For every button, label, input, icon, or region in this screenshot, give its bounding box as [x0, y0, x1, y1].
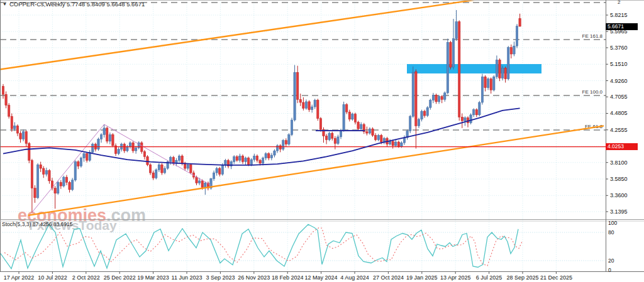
date-axis-label: 2 Oct 2022	[72, 274, 100, 281]
date-axis-label: 10 Jul 2022	[38, 274, 67, 281]
candle	[426, 107, 428, 116]
candle	[236, 156, 238, 160]
candle	[305, 102, 307, 109]
candle	[299, 99, 301, 102]
candle	[288, 134, 290, 144]
candle	[242, 156, 243, 161]
trendline-lower-channel[interactable]	[28, 126, 604, 215]
candle	[74, 162, 76, 180]
candle	[331, 133, 333, 138]
axis-layer: 5.82155.59655.37605.15104.92604.70554.48…	[0, 0, 644, 281]
candle	[40, 165, 42, 168]
candle	[2, 86, 4, 94]
candle	[187, 165, 189, 168]
candle	[152, 173, 154, 178]
candle	[112, 134, 114, 146]
candle	[415, 72, 417, 126]
candle	[484, 77, 486, 88]
candle	[43, 168, 45, 174]
candle	[401, 143, 402, 146]
date-axis-label: 11 Jun 2023	[172, 274, 203, 281]
candle	[201, 181, 203, 188]
candle	[161, 165, 163, 173]
candle	[149, 165, 151, 173]
candle	[294, 72, 296, 120]
candle	[334, 138, 336, 143]
hline-price-badge: 4.0253	[606, 143, 638, 150]
candle	[487, 79, 489, 88]
candle	[348, 112, 350, 119]
candle	[219, 168, 221, 174]
fib-label: FE 161.8	[582, 33, 603, 39]
candle	[461, 117, 463, 121]
date-axis-label: 6 Jul 2025	[476, 274, 502, 281]
price-chart-canvas[interactable]: economies.com FxNewsToday FE 161.8FE 100…	[0, 0, 644, 282]
candle	[8, 106, 9, 117]
price-axis-label: 4.2555	[610, 127, 628, 133]
candle	[380, 136, 382, 143]
candle	[60, 182, 62, 186]
candle	[216, 168, 218, 173]
candle	[204, 183, 206, 187]
current-price-badge: 5.6671	[606, 23, 638, 30]
candle	[501, 68, 503, 78]
candle	[432, 95, 434, 100]
candle	[452, 39, 454, 68]
candle	[490, 79, 492, 90]
candle	[472, 110, 474, 115]
date-axis-label: 17 Apr 2022	[4, 274, 35, 281]
candle	[317, 100, 319, 119]
candle	[392, 141, 394, 146]
price-axis-label: 5.3760	[610, 45, 628, 51]
resistance-box[interactable]	[407, 64, 541, 73]
candle	[268, 154, 270, 158]
candle	[499, 60, 501, 78]
price-axis-label: 3.3600	[610, 192, 628, 198]
candle	[357, 122, 359, 129]
date-axis-label: 18 Feb 2024	[272, 274, 304, 281]
candle	[155, 170, 157, 178]
candle	[519, 18, 521, 26]
date-axis-label: 19 Jan 2025	[406, 274, 438, 281]
candle	[435, 95, 437, 102]
candle	[158, 165, 160, 170]
price-axis-label: 3.8100	[610, 160, 628, 166]
candle	[319, 119, 321, 130]
candles-layer	[2, 10, 521, 212]
chart-title-text: COPPER-Cs,Weekly 5.7748 5.8409 5.6648 5.…	[9, 1, 145, 8]
candle	[190, 165, 192, 173]
candle	[256, 156, 258, 160]
candle	[377, 136, 379, 140]
candle	[14, 126, 16, 129]
candle	[143, 151, 145, 156]
candle	[430, 100, 431, 108]
collapse-arrow-icon[interactable]: ▼	[3, 2, 7, 6]
candle	[106, 128, 108, 141]
candle	[328, 133, 330, 140]
candle	[369, 129, 370, 133]
stoch-axis-label: 20	[608, 258, 614, 264]
date-axis-label: 27 Oct 2024	[373, 274, 404, 281]
candle	[481, 77, 483, 102]
candle	[423, 111, 425, 116]
candle	[65, 177, 67, 182]
stoch-axis-label: 0	[608, 267, 611, 273]
candle	[19, 133, 21, 139]
price-axis-label: 5.1510	[610, 61, 628, 67]
candle	[34, 188, 36, 198]
trendline-upper-channel[interactable]	[0, 0, 475, 70]
candle	[80, 158, 82, 166]
candle	[366, 132, 368, 133]
candle	[170, 158, 172, 162]
candle	[325, 136, 327, 140]
candle	[360, 124, 362, 129]
candle	[296, 72, 298, 99]
candle	[196, 177, 197, 183]
price-axis-label: 5.8215	[610, 12, 628, 18]
price-axis-label: 4.9260	[610, 78, 628, 84]
candle	[337, 137, 339, 144]
date-axis-label: 19 Mar 2023	[137, 274, 169, 281]
candle	[250, 160, 252, 165]
candle	[479, 102, 480, 115]
price-axis-label: 3.5850	[610, 176, 628, 182]
